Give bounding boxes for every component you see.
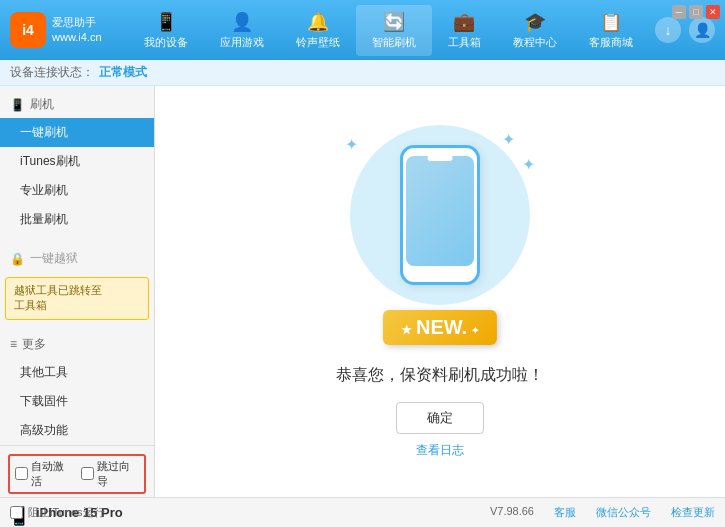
auto-activate-input[interactable] bbox=[15, 467, 28, 480]
logo: i4 爱思助手 www.i4.cn bbox=[10, 12, 102, 48]
sidebar-item-download-firmware[interactable]: 下载固件 bbox=[0, 387, 154, 416]
nav-my-device[interactable]: 📱 我的设备 bbox=[128, 5, 204, 56]
skip-guide-input[interactable] bbox=[81, 467, 94, 480]
status-label: 设备连接状态： bbox=[10, 64, 94, 81]
sidebar-item-pro-flash[interactable]: 专业刷机 bbox=[0, 176, 154, 205]
restore-button[interactable]: □ bbox=[689, 5, 703, 19]
footer-left: 阻止iTunes运行 bbox=[10, 505, 105, 520]
logo-text: 爱思助手 www.i4.cn bbox=[52, 15, 102, 46]
jailbreak-notice: 越狱工具已跳转至工具箱 bbox=[5, 277, 149, 320]
nav-apps-games[interactable]: 👤 应用游戏 bbox=[204, 5, 280, 56]
sparkle-icon-3: ✦ bbox=[502, 130, 515, 149]
user-button[interactable]: 👤 bbox=[689, 17, 715, 43]
nav-tutorial[interactable]: 🎓 教程中心 bbox=[497, 5, 573, 56]
nav-ringtones[interactable]: 🔔 铃声壁纸 bbox=[280, 5, 356, 56]
download-button[interactable]: ↓ bbox=[655, 17, 681, 43]
more-icon: ≡ bbox=[10, 337, 17, 351]
block-itunes-checkbox[interactable] bbox=[10, 506, 23, 519]
service-icon: 📋 bbox=[600, 11, 622, 33]
confirm-button[interactable]: 确定 bbox=[396, 402, 484, 434]
version-label: V7.98.66 bbox=[490, 505, 534, 520]
jailbreak-section: 🔒 一键越狱 bbox=[0, 245, 154, 272]
close-button[interactable]: ✕ bbox=[706, 5, 720, 19]
logo-icon: i4 bbox=[10, 12, 46, 48]
header: i4 爱思助手 www.i4.cn 📱 我的设备 👤 应用游戏 🔔 铃声壁纸 🔄 bbox=[0, 0, 725, 60]
flash-section-header: 📱 刷机 bbox=[0, 91, 154, 118]
smart-flash-icon: 🔄 bbox=[383, 11, 405, 33]
auto-activate-checkbox[interactable]: 自动激活 bbox=[15, 459, 73, 489]
status-bar: 设备连接状态： 正常模式 bbox=[0, 60, 725, 86]
sidebar: 📱 刷机 一键刷机 iTunes刷机 专业刷机 批量刷机 🔒 bbox=[0, 86, 155, 497]
check-update-link[interactable]: 检查更新 bbox=[671, 505, 715, 520]
phone-illustration: ✦ ✦ ✦ NEW. bbox=[340, 125, 540, 345]
new-badge: NEW. bbox=[383, 310, 497, 345]
skip-guide-checkbox[interactable]: 跳过向导 bbox=[81, 459, 139, 489]
main-content: 📱 刷机 一键刷机 iTunes刷机 专业刷机 批量刷机 🔒 bbox=[0, 86, 725, 497]
ringtone-icon: 🔔 bbox=[307, 11, 329, 33]
nav-toolbox[interactable]: 💼 工具箱 bbox=[432, 5, 497, 56]
my-device-icon: 📱 bbox=[155, 11, 177, 33]
window-controls: ─ □ ✕ bbox=[672, 5, 720, 19]
phone-screen bbox=[406, 156, 474, 266]
apps-icon: 👤 bbox=[231, 11, 253, 33]
tutorial-icon: 🎓 bbox=[524, 11, 546, 33]
flash-header-icon: 📱 bbox=[10, 98, 25, 112]
minimize-button[interactable]: ─ bbox=[672, 5, 686, 19]
customer-service-link[interactable]: 客服 bbox=[554, 505, 576, 520]
footer-right: V7.98.66 客服 微信公众号 检查更新 bbox=[490, 505, 715, 520]
lock-icon: 🔒 bbox=[10, 252, 25, 266]
flash-section: 📱 刷机 一键刷机 iTunes刷机 专业刷机 批量刷机 bbox=[0, 86, 154, 239]
view-log-link[interactable]: 查看日志 bbox=[416, 442, 464, 459]
content-area: ✦ ✦ ✦ NEW. 恭喜您，保资料刷机成功啦！ 确定 查看日志 bbox=[155, 86, 725, 497]
nav-service[interactable]: 📋 客服商城 bbox=[573, 5, 649, 56]
nav-bar: 📱 我的设备 👤 应用游戏 🔔 铃声壁纸 🔄 智能刷机 💼 工具箱 🎓 bbox=[122, 5, 655, 56]
toolbox-icon: 💼 bbox=[453, 11, 475, 33]
sparkle-icon-2: ✦ bbox=[522, 155, 535, 174]
sidebar-item-other-tools[interactable]: 其他工具 bbox=[0, 358, 154, 387]
nav-smart-flash[interactable]: 🔄 智能刷机 bbox=[356, 5, 432, 56]
wechat-link[interactable]: 微信公众号 bbox=[596, 505, 651, 520]
sidebar-item-advanced[interactable]: 高级功能 bbox=[0, 416, 154, 445]
block-itunes-label: 阻止iTunes运行 bbox=[28, 505, 105, 520]
sidebar-item-one-key-flash[interactable]: 一键刷机 bbox=[0, 118, 154, 147]
sparkle-icon-1: ✦ bbox=[345, 135, 358, 154]
status-value: 正常模式 bbox=[99, 64, 147, 81]
header-right: ↓ 👤 bbox=[655, 17, 715, 43]
sidebar-item-batch-flash[interactable]: 批量刷机 bbox=[0, 205, 154, 234]
sidebar-item-itunes-flash[interactable]: iTunes刷机 bbox=[0, 147, 154, 176]
checkbox-row: 自动激活 跳过向导 bbox=[8, 454, 146, 494]
phone-body bbox=[400, 145, 480, 285]
phone-notch bbox=[428, 155, 453, 161]
more-section-header: ≡ 更多 bbox=[0, 331, 154, 358]
success-message: 恭喜您，保资料刷机成功啦！ bbox=[336, 365, 544, 386]
